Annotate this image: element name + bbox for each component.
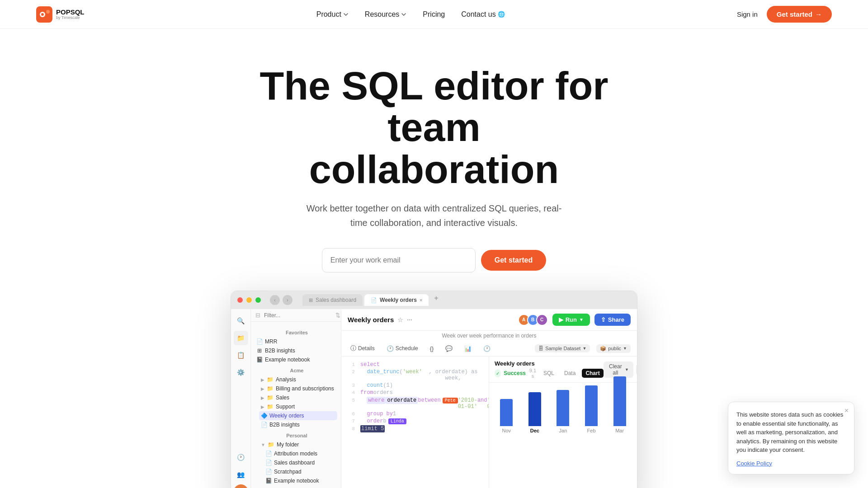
tab-sql[interactable]: SQL [540,369,558,378]
comment-btn[interactable]: 💬 [443,343,455,354]
bar-dec[interactable] [528,392,541,426]
editor-toolbar: ⓘ Details 🕐 Schedule {} 💬 [341,341,637,357]
doc-icon: 📄 [265,469,272,475]
nav-pricing[interactable]: Pricing [423,10,445,19]
search-icon-btn[interactable]: 🔍 [234,314,248,328]
sidebar-item-example-notebook[interactable]: 📓 Example notebook [255,355,337,364]
back-button[interactable]: ‹ [270,295,280,305]
code-line-4: 4 from orders [341,389,489,396]
clock-icon-btn[interactable]: 🕐 [234,450,248,465]
history-btn[interactable]: 🕐 [481,343,493,354]
bar-nov[interactable] [500,399,513,426]
filter-input[interactable] [264,312,332,319]
sales-folder[interactable]: ▶ 📁 Sales [259,393,337,402]
query-description: Week over week performance in orders [341,331,637,341]
chevron-down-icon: ▼ [625,367,629,372]
new-tab-button[interactable]: + [430,294,442,306]
sample-dataset-selector[interactable]: 🗄 Sample Dataset ▼ [535,344,590,352]
clear-all-button[interactable]: Clear all ▼ [604,361,633,378]
run-button[interactable]: ▶ Run ▼ [552,314,590,326]
share-button[interactable]: ⇧ Share [594,314,631,326]
files-icon-btn[interactable]: 📁 [234,331,248,345]
chevron-right-icon: ▶ [261,404,264,409]
avatar-3: C [536,314,548,326]
bar-mar[interactable] [613,376,626,426]
forward-button[interactable]: › [283,295,292,305]
left-icon-sidebar: 🔍 📁 📋 ⚙️ 🕐 👥 A [231,309,251,488]
chevron-right-icon: ▶ [261,386,264,391]
sidebar-item-mrr[interactable]: 📄 MRR [255,337,337,346]
folder-icon: 📁 [268,441,274,448]
cookie-policy-link[interactable]: Cookie Policy [736,460,772,467]
collapse-panel-button[interactable]: ⊟ [636,364,637,375]
star-icon[interactable]: ☆ [397,316,403,324]
user-avatar-icon[interactable]: A [234,484,248,488]
support-folder[interactable]: ▶ 📁 Support [259,402,337,411]
query-icon: 🔷 [261,413,267,419]
get-started-nav-button[interactable]: Get started → [767,6,832,23]
analysis-folder[interactable]: ▶ 📁 Analysis [259,375,337,384]
query-title-area: Weekly orders ☆ ··· [348,316,412,324]
chrome-close-dot[interactable] [237,297,243,303]
clock-icon: 🕐 [387,345,394,352]
chevron-down-icon: ▼ [261,442,265,447]
chart-small-btn[interactable]: 📊 [462,343,474,354]
tab-sales-dashboard[interactable]: ⊞ Sales dashboard [302,294,363,306]
tab-weekly-orders[interactable]: 📄 Weekly orders × [364,294,429,306]
bar-chart: NovDecJanFebMar [495,388,631,433]
sidebar-item-scratchpad[interactable]: 📄 Scratchpad [264,467,337,476]
grid-icon: ⊞ [309,297,313,303]
nav-links: Product Resources Pricing Contact us 🌐 [316,10,505,19]
history-icon-btn[interactable]: 📋 [234,348,248,362]
tab-chart[interactable]: Chart [582,369,603,378]
sidebar-item-example-notebook-personal[interactable]: 📓 Example notebook [264,476,337,485]
settings-icon-btn[interactable]: ⚙️ [234,365,248,380]
more-options-icon[interactable]: ··· [407,316,412,324]
email-input[interactable] [322,248,476,272]
cookie-close-button[interactable]: × [844,407,849,415]
bar-group-nov: Nov [495,399,518,433]
people-icon-btn[interactable]: 👥 [234,467,248,482]
schedule-btn[interactable]: 🕐 Schedule [384,343,421,354]
doc-icon: 📄 [265,450,272,457]
bar-chart-icon: 📊 [464,345,472,352]
editor-area: Weekly orders ☆ ··· A B C ▶ [341,309,637,488]
code-line-8: 8 limit 5 [341,425,489,433]
logo[interactable]: POPSQL by Timescale [36,6,85,23]
tab-close-icon[interactable]: × [420,297,422,303]
sidebar-item-sales-dashboard[interactable]: 📄 Sales dashboard [264,458,337,467]
nav-product[interactable]: Product [316,10,349,19]
bar-jan[interactable] [557,390,569,426]
hero-get-started-button[interactable]: Get started [481,250,546,271]
notebook-icon: 📓 [265,478,272,484]
bar-feb[interactable] [585,385,598,426]
notebook-icon: 📓 [256,357,263,363]
folder-icon: 📁 [267,404,274,410]
code-btn[interactable]: {} [427,343,437,354]
grid-icon: ⊞ [256,347,263,354]
sidebar-tree: Favorites 📄 MRR ⊞ B2B insights 📓 Example… [251,322,341,488]
tab-data[interactable]: Data [561,369,579,378]
sidebar-item-attribution[interactable]: 📄 Attribution models [264,449,337,458]
details-btn[interactable]: ⓘ Details [348,343,377,354]
cookie-text: This website stores data such as cookies… [736,410,846,455]
folder-icon: 📁 [267,394,274,401]
chrome-minimize-dot[interactable] [246,297,252,303]
doc-icon: 📄 [256,338,263,345]
sidebar-item-weekly-orders[interactable]: 🔷 Weekly orders [259,411,337,420]
sort-icon[interactable]: ⇅ [335,312,340,319]
nav-resources[interactable]: Resources [365,10,406,19]
nav-contact[interactable]: Contact us 🌐 [461,10,505,19]
sign-in-button[interactable]: Sign in [737,10,758,18]
schema-selector[interactable]: 📦 public ▼ [596,344,631,353]
code-line-6: 6 group by 1 [341,410,489,418]
billing-folder[interactable]: ▶ 📁 Billing and subscriptions [259,384,337,393]
sidebar-item-b2b-acme[interactable]: 📄 B2B insights [259,420,337,429]
chrome-maximize-dot[interactable] [255,297,261,303]
sidebar-item-b2b-insights[interactable]: ⊞ B2B insights [255,346,337,355]
my-folder[interactable]: ▼ 📁 My folder [259,440,337,449]
doc-icon: 📄 [261,422,267,428]
code-editor[interactable]: 1 select 2 date_trunc('week', orderdate)… [341,357,489,488]
bar-group-dec: Dec [524,392,546,433]
bar-group-feb: Feb [580,385,603,433]
